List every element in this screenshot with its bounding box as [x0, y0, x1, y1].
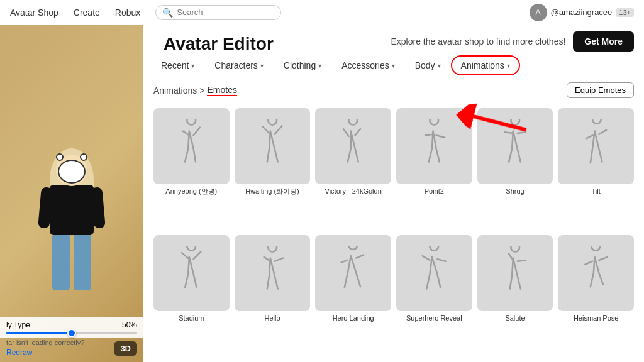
emote-thumbnail [396, 235, 472, 311]
header-row: Avatar Editor Explore the avatar shop to… [143, 25, 644, 54]
emote-label: Annyeong (안녕) [165, 187, 217, 195]
emote-card[interactable]: Stadium [153, 235, 230, 357]
left-panel: 3D ly Type 50% tar isn't loading correct… [0, 25, 143, 362]
emote-card[interactable]: Heisman Pose [558, 235, 634, 357]
emote-card[interactable]: Hero Landing [315, 235, 391, 357]
breadcrumb-current[interactable]: Emotes [207, 85, 236, 96]
user-avatar-icon: A [530, 4, 547, 21]
emote-label: Heisman Pose [574, 314, 619, 322]
bear-mask [58, 160, 86, 184]
username-label[interactable]: @amaziingracee [551, 8, 613, 17]
slider-thumb[interactable] [67, 329, 76, 337]
body-type-section: ly Type 50% [0, 317, 143, 338]
emote-thumbnail [153, 108, 230, 184]
emote-thumbnail [396, 108, 472, 184]
equip-emotes-button[interactable]: Equip Emotes [567, 82, 634, 98]
search-icon: 🔍 [162, 8, 173, 18]
emote-card[interactable]: Annyeong (안녕) [153, 108, 230, 230]
emote-label: Hello [264, 314, 280, 322]
tabs-bar: Recent ▾ Characters ▾ Clothing ▾ Accesso… [143, 54, 644, 77]
nav-create[interactable]: Create [74, 8, 100, 18]
emote-label: Point2 [425, 187, 444, 195]
tab-recent[interactable]: Recent ▾ [151, 54, 204, 77]
get-more-button[interactable]: Get More [573, 31, 634, 52]
emote-thumbnail [558, 108, 634, 184]
emote-thumbnail [315, 235, 391, 311]
avatar-leg-right [74, 234, 91, 290]
nav-robux[interactable]: Robux [115, 8, 140, 18]
emote-card[interactable]: Hello [235, 235, 311, 357]
emote-thumbnail [235, 108, 311, 184]
emote-thumbnail [153, 235, 230, 311]
emote-label: Hero Landing [333, 314, 374, 322]
body-type-text: ly Type [6, 321, 30, 329]
breadcrumb-separator: > [199, 85, 204, 96]
chevron-icon: ▾ [191, 62, 194, 69]
explore-text: Explore the avatar shop to find more clo… [391, 36, 565, 47]
emote-card[interactable]: Shrug [477, 108, 553, 230]
emote-thumbnail [235, 235, 311, 311]
chevron-icon: ▾ [507, 62, 510, 69]
emote-thumbnail [477, 235, 553, 311]
breadcrumb-bar: Animations > Emotes Equip Emotes [143, 77, 644, 103]
emote-card[interactable]: Victory - 24kGoldn [315, 108, 391, 230]
main-layout: 3D ly Type 50% tar isn't loading correct… [0, 25, 644, 362]
redraw-section: tar isn't loading correctly? Redraw [0, 337, 143, 357]
emote-card[interactable]: Superhero Reveal [396, 235, 472, 357]
avatar-torso [50, 185, 94, 235]
emote-label: Victory - 24kGoldn [325, 187, 382, 195]
emotes-grid: Annyeong (안녕)Hwaiting (화이팅)Victory - 24k… [143, 103, 644, 362]
user-area: A @amaziingracee 13+ [530, 4, 634, 21]
emote-card[interactable]: Hwaiting (화이팅) [235, 108, 311, 230]
top-nav: Avatar Shop Create Robux 🔍 A @amaziingra… [0, 0, 644, 25]
avatar-leg-left [52, 234, 70, 290]
search-input[interactable] [177, 8, 274, 17]
emote-label: Hwaiting (화이팅) [245, 187, 299, 195]
emote-card[interactable]: Salute [477, 235, 553, 357]
emote-label: Salute [505, 314, 525, 322]
bear-ear-right [80, 153, 87, 161]
tab-body[interactable]: Body ▾ [405, 54, 451, 77]
emote-card[interactable]: Tilt [558, 108, 634, 230]
tab-accessories[interactable]: Accessories ▾ [331, 54, 404, 77]
emote-card[interactable]: Point2 [396, 108, 472, 230]
right-panel: Avatar Editor Explore the avatar shop to… [143, 25, 644, 362]
emote-label: Stadium [179, 314, 204, 322]
breadcrumb-parent[interactable]: Animations [153, 85, 197, 96]
page-title: Avatar Editor [153, 29, 284, 54]
emote-label: Tilt [592, 187, 601, 195]
avatar-figure [37, 148, 106, 324]
tab-animations[interactable]: Animations ▾ [451, 55, 520, 75]
age-badge: 13+ [616, 8, 634, 17]
chevron-icon: ▾ [318, 62, 321, 69]
emote-label: Superhero Reveal [406, 314, 462, 322]
redraw-button[interactable]: Redraw [6, 348, 32, 357]
body-type-percent: 50% [122, 321, 137, 329]
emote-thumbnail [315, 108, 391, 184]
chevron-icon: ▾ [260, 62, 264, 69]
bear-ear-left [56, 153, 64, 161]
breadcrumb: Animations > Emotes [153, 85, 237, 96]
top-bar: Explore the avatar shop to find more clo… [391, 31, 634, 52]
search-bar[interactable]: 🔍 [155, 5, 281, 20]
body-type-slider[interactable] [6, 332, 137, 334]
slider-fill [6, 332, 72, 334]
nav-avatar-shop[interactable]: Avatar Shop [10, 8, 58, 18]
tab-characters[interactable]: Characters ▾ [204, 54, 273, 77]
emote-thumbnail [477, 108, 553, 184]
body-type-label: ly Type 50% [6, 321, 137, 329]
chevron-icon: ▾ [392, 62, 395, 69]
tab-clothing[interactable]: Clothing ▾ [274, 54, 331, 77]
emote-label: Shrug [506, 187, 524, 195]
emote-thumbnail [558, 235, 634, 311]
not-loading-text: tar isn't loading correctly? [6, 337, 137, 347]
chevron-icon: ▾ [438, 62, 441, 69]
avatar-display [0, 25, 143, 362]
